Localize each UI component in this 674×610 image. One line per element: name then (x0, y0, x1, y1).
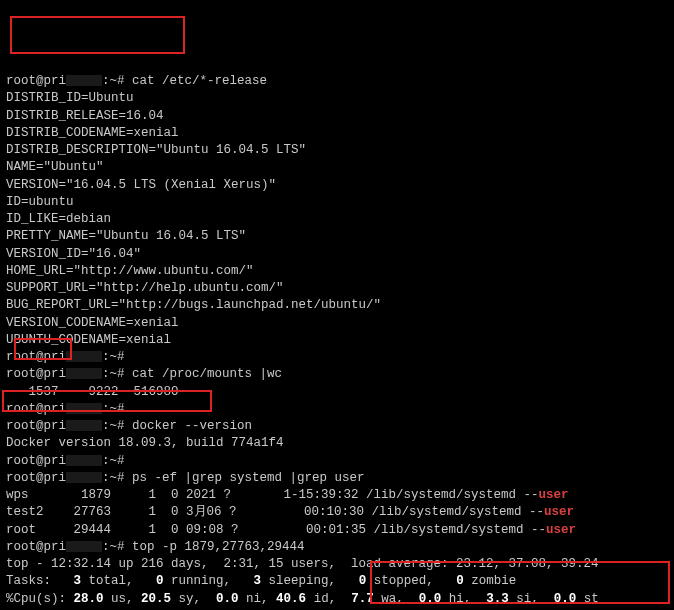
terminal[interactable]: root@pri:~# cat /etc/*-release DISTRIB_I… (6, 73, 668, 610)
highlight-distrib (10, 16, 185, 54)
